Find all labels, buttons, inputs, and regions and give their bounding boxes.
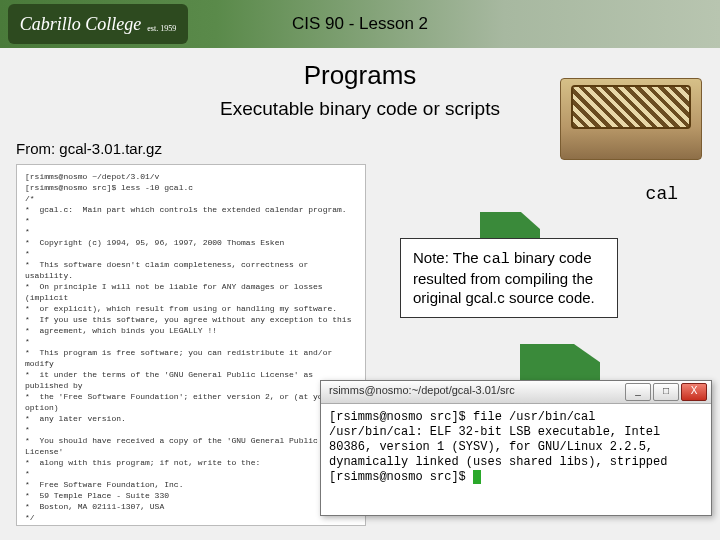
cal-label: cal: [646, 184, 678, 204]
terminal-titlebar: rsimms@nosmo:~/depot/gcal-3.01/src _ □ X: [321, 381, 711, 404]
window-buttons: _ □ X: [625, 383, 707, 401]
source-code-panel: [rsimms@nosmo ~/depot/3.01/v [rsimms@nos…: [16, 164, 366, 526]
from-line: From: gcal-3.01.tar.gz: [16, 140, 162, 157]
terminal-title: rsimms@nosmo:~/depot/gcal-3.01/src: [329, 384, 515, 396]
terminal-body: [rsimms@nosmo src]$ file /usr/bin/cal /u…: [321, 404, 711, 491]
header-bar: Cabrillo College est. 1959 CIS 90 - Less…: [0, 0, 720, 48]
close-button[interactable]: X: [681, 383, 707, 401]
terminal-window: rsimms@nosmo:~/depot/gcal-3.01/src _ □ X…: [320, 380, 712, 516]
note-box: Note: The cal binary code resulted from …: [400, 238, 618, 318]
arrow-down-icon: [520, 344, 600, 380]
terminal-output: [rsimms@nosmo src]$ file /usr/bin/cal /u…: [329, 410, 667, 484]
note-prefix: Note: The: [413, 249, 483, 266]
maximize-button[interactable]: □: [653, 383, 679, 401]
course-title: CIS 90 - Lesson 2: [0, 14, 720, 34]
minimize-button[interactable]: _: [625, 383, 651, 401]
terminal-cursor: [473, 470, 481, 484]
decorative-box-image: [560, 78, 702, 160]
arrow-down-icon: [480, 212, 540, 238]
note-code: cal: [483, 251, 510, 268]
